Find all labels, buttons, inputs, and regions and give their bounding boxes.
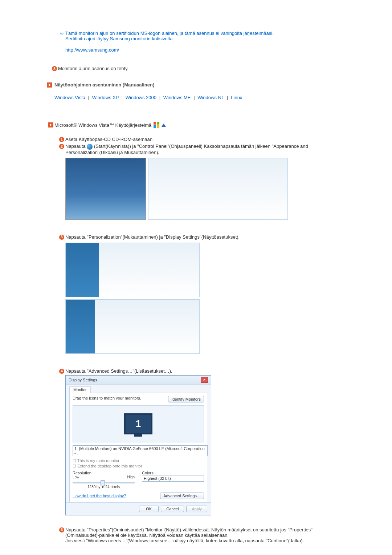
triangle-up-icon [162,123,166,127]
main-monitor-checkbox: ☐ This is my main monitor [73,458,204,463]
vista-step-5: 5 Napsauta "Properties"(Ominaisuudet) "M… [58,527,334,543]
step3-screenshots [65,243,334,354]
manual-install-heading-text: Näytönohjaimen asentaminen (Manuaalinen) [54,82,154,88]
arrow-right-icon [48,122,53,127]
apply-button: Apply [186,506,207,512]
monitor-preview-area: 1 [73,405,204,442]
install-done-row: 5 Monitorin ajurin asennus on tehty. [51,66,334,71]
number-4-icon: 4 [59,369,64,374]
number-5-icon-b: 5 [59,527,64,532]
personalization-screenshot-1 [65,243,200,297]
cancel-button[interactable]: Cancel [161,506,184,512]
vista-step-3: 3 Napsauta "Personalization"(Mukauttamin… [58,234,334,240]
note-line1: Tämä monitorin ajuri on sertifioidun MS-… [65,31,274,36]
vista-step5b-text: Jos viesti "Windows needs…"(Windows tarv… [65,538,304,543]
install-done-text: Monitorin ajurin asennus on tehty. [58,66,334,71]
samsung-link[interactable]: http://www.samsung.com/ [65,47,119,53]
close-icon[interactable]: × [201,377,208,383]
display-settings-dialog: Display Settings × Monitor Drag the icon… [65,375,211,515]
link-windows-nt[interactable]: Windows NT [197,95,224,100]
vista-step1-text: Aseta Käyttöopas-CD CD-ROM-asemaan. [65,137,334,142]
link-windows-xp[interactable]: Windows XP [92,95,119,100]
arrow-right-icon [47,82,52,88]
dialog-title: Display Settings [69,378,97,382]
number-2-icon: 2 [59,144,64,149]
vista-heading-text: Microsoft® Windows Vista™ Käyttöjärjeste… [54,122,151,128]
resolution-slider[interactable] [73,482,135,483]
monitor-icon[interactable]: 1 [124,413,152,434]
vista-step-2: 2 Napsauta (Start(Käynnistä)) ja "Contro… [58,143,334,155]
vista-step4-text: Napsauta "Advanced Settings…"(Lisäasetuk… [65,368,334,374]
link-linux[interactable]: Linux [231,95,242,100]
dialog-titlebar: Display Settings × [66,376,211,385]
control-panel-screenshot [148,158,288,220]
vista-section-header: Microsoft® Windows Vista™ Käyttöjärjeste… [47,122,334,128]
start-menu-screenshot [65,158,146,220]
advanced-settings-button[interactable]: Advanced Settings… [160,493,204,499]
resolution-label: Resolution: [73,471,135,475]
vista-step2-text: (Start(Käynnistä)) ja "Control Panel"(Oh… [65,143,308,155]
identify-monitors-button[interactable]: Identify Monitors [168,396,204,402]
number-1-icon: 1 [59,137,64,142]
vista-step3-text: Napsauta "Personalization"(Mukauttaminen… [65,234,334,240]
note-line2: Sertifioitu ajuri löytyy Samsung monitor… [65,36,173,41]
colors-select[interactable]: Highest (32 bit) [142,475,204,482]
vista-step-1: 1 Aseta Käyttöopas-CD CD-ROM-asemaan. [58,137,334,142]
number-3-icon: 3 [59,235,64,240]
start-orb-icon [87,144,93,150]
vista-step5-text: Napsauta "Properties"(Ominaisuudet) "Mon… [65,527,313,538]
document-page: ※ Tämä monitorin ajuri on sertifioidun M… [0,0,392,555]
step2-screenshots [65,158,334,220]
drag-instruction-text: Drag the icons to match your monitors. [73,396,141,400]
certification-note: ※ Tämä monitorin ajuri on sertifioidun M… [58,31,334,53]
monitor-tab[interactable]: Monitor [69,386,91,393]
link-windows-me[interactable]: Windows ME [163,95,191,100]
monitor-select[interactable]: 1. (Multiple Monitors) on NVIDIA GeForce… [73,445,208,456]
extend-desktop-checkbox: ☐ Extend the desktop onto this monitor [73,464,204,469]
resolution-high-label: High [127,475,135,479]
vista-step-4: 4 Napsauta "Advanced Settings…"(Lisäaset… [58,368,334,374]
os-links-row: Windows Vista | Windows XP | Windows 200… [54,95,334,100]
number-5-icon: 5 [52,66,57,71]
manual-install-heading: Näytönohjaimen asentaminen (Manuaalinen) [47,82,334,88]
colors-label: Colors: [142,471,204,475]
ok-button[interactable]: OK [139,506,159,512]
best-display-link[interactable]: How do I get the best display? [73,494,126,498]
link-windows-vista[interactable]: Windows Vista [54,95,85,100]
windows-flag-icon [154,122,159,128]
personalization-screenshot-2 [65,299,200,354]
link-windows-2000[interactable]: Windows 2000 [126,95,156,100]
resolution-low-label: Low [73,475,79,479]
note-icon: ※ [60,31,64,36]
